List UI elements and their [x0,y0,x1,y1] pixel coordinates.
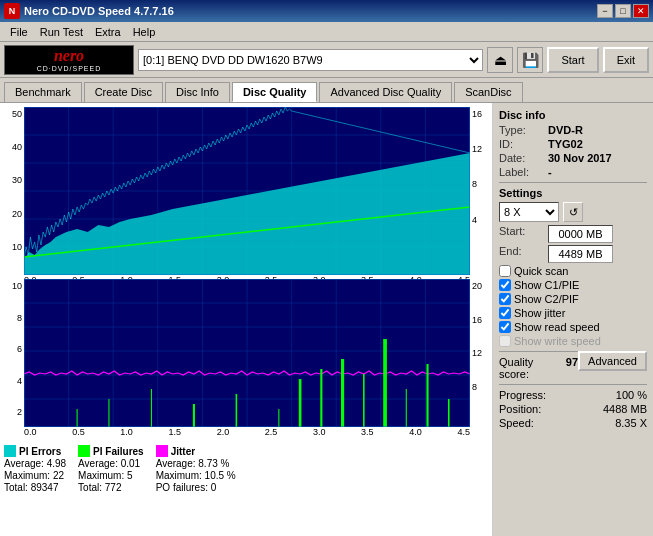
legend-pi-failures: PI Failures Average: 0.01 Maximum: 5 Tot… [78,445,144,493]
pi-failures-avg: Average: 0.01 [78,458,144,469]
pi-errors-max: Maximum: 22 [4,470,66,481]
jitter-label: Jitter [171,446,195,457]
maximize-button[interactable]: □ [615,4,631,18]
lower-x-3.0: 3.0 [313,427,326,437]
end-label: End: [499,245,544,263]
disc-date-label: Date: [499,152,544,164]
quality-score-value: 97 [566,356,578,380]
upper-y-left-20: 20 [4,209,22,219]
lower-x-4.0: 4.0 [409,427,422,437]
progress-label: Progress: [499,389,546,401]
title-bar-controls[interactable]: − □ ✕ [597,4,649,18]
start-label: Start: [499,225,544,243]
menu-run-test[interactable]: Run Test [34,24,89,40]
pi-failures-max-label: Maximum: [78,470,124,481]
speed-select[interactable]: 8 X [499,202,559,222]
pi-errors-avg-value: 4.98 [47,458,66,469]
divider-3 [499,384,647,385]
pi-errors-color-swatch [4,445,16,457]
toolbar: nero CD·DVD/SPEED [0:1] BENQ DVD DD DW16… [0,42,653,78]
tab-scandisc[interactable]: ScanDisc [454,82,522,102]
speed-row-progress: Speed: 8.35 X [499,417,647,429]
pi-errors-max-value: 22 [53,470,64,481]
lower-x-1.0: 1.0 [120,427,133,437]
disc-info-title: Disc info [499,109,647,121]
quality-label: Quality score: [499,356,566,380]
title-bar: N Nero CD-DVD Speed 4.7.7.16 − □ ✕ [0,0,653,22]
app-title: Nero CD-DVD Speed 4.7.7.16 [24,5,174,17]
quality-row: Quality score: 97 [499,356,578,380]
app-icon: N [4,3,20,19]
start-button[interactable]: Start [547,47,598,73]
pi-failures-avg-value: 0.01 [121,458,140,469]
upper-y-right-8: 8 [472,179,488,189]
quick-scan-checkbox[interactable] [499,265,511,277]
legend-jitter: Jitter Average: 8.73 % Maximum: 10.5 % P… [156,445,236,493]
lower-y-right-8: 8 [472,382,488,392]
jitter-avg-value: 8.73 % [198,458,229,469]
pi-errors-total: Total: 89347 [4,482,66,493]
show-write-speed-checkbox [499,335,511,347]
lower-y-left-6: 6 [4,344,22,354]
show-c1pie-checkbox[interactable] [499,279,511,291]
show-jitter-checkbox[interactable] [499,307,511,319]
close-button[interactable]: ✕ [633,4,649,18]
disc-type-value: DVD-R [548,124,583,136]
pi-failures-label: PI Failures [93,446,144,457]
advanced-button[interactable]: Advanced [578,351,647,371]
menu-extra[interactable]: Extra [89,24,127,40]
save-icon[interactable]: 💾 [517,47,543,73]
progress-row: Progress: 100 % [499,389,647,401]
eject-icon[interactable]: ⏏ [487,47,513,73]
pi-errors-avg: Average: 4.98 [4,458,66,469]
disc-type-row: Type: DVD-R [499,124,647,136]
lower-chart-svg [24,279,470,427]
disc-label-value: - [548,166,552,178]
lower-y-left-10: 10 [4,281,22,291]
start-input[interactable] [548,225,613,243]
end-row: End: [499,245,647,263]
logo-subtitle: CD·DVD/SPEED [37,65,102,72]
upper-y-right-12: 12 [472,144,488,154]
menu-file[interactable]: File [4,24,34,40]
show-c2pif-checkbox[interactable] [499,293,511,305]
jitter-po: PO failures: 0 [156,482,236,493]
show-c1pie-label: Show C1/PIE [514,279,579,291]
tab-disc-info[interactable]: Disc Info [165,82,230,102]
drive-select[interactable]: [0:1] BENQ DVD DD DW1620 B7W9 [138,49,483,71]
lower-y-right-20: 20 [472,281,488,291]
right-panel: Disc info Type: DVD-R ID: TYG02 Date: 30… [493,103,653,536]
exit-button[interactable]: Exit [603,47,649,73]
progress-value: 100 % [616,389,647,401]
tab-advanced-disc-quality[interactable]: Advanced Disc Quality [319,82,452,102]
disc-id-row: ID: TYG02 [499,138,647,150]
upper-y-right-16: 16 [472,109,488,119]
lower-x-3.5: 3.5 [361,427,374,437]
nero-logo: nero CD·DVD/SPEED [4,45,134,75]
lower-y-right-16: 16 [472,315,488,325]
upper-y-left-40: 40 [4,142,22,152]
lower-x-1.5: 1.5 [168,427,181,437]
start-row: Start: [499,225,647,243]
tab-disc-quality[interactable]: Disc Quality [232,82,318,102]
menu-help[interactable]: Help [127,24,162,40]
tab-create-disc[interactable]: Create Disc [84,82,163,102]
tab-benchmark[interactable]: Benchmark [4,82,82,102]
position-label: Position: [499,403,541,415]
refresh-button[interactable]: ↺ [563,202,583,222]
end-input[interactable] [548,245,613,263]
show-read-speed-checkbox[interactable] [499,321,511,333]
position-row: Position: 4488 MB [499,403,647,415]
pi-failures-max-value: 5 [127,470,133,481]
quick-scan-row: Quick scan [499,265,647,277]
disc-date-row: Date: 30 Nov 2017 [499,152,647,164]
pi-failures-total: Total: 772 [78,482,144,493]
disc-type-label: Type: [499,124,544,136]
pi-failures-avg-label: Average: [78,458,118,469]
pi-failures-total-value: 772 [105,482,122,493]
title-bar-left: N Nero CD-DVD Speed 4.7.7.16 [4,3,174,19]
show-read-speed-row: Show read speed [499,321,647,333]
minimize-button[interactable]: − [597,4,613,18]
lower-y-left-4: 4 [4,376,22,386]
disc-label-label: Label: [499,166,544,178]
